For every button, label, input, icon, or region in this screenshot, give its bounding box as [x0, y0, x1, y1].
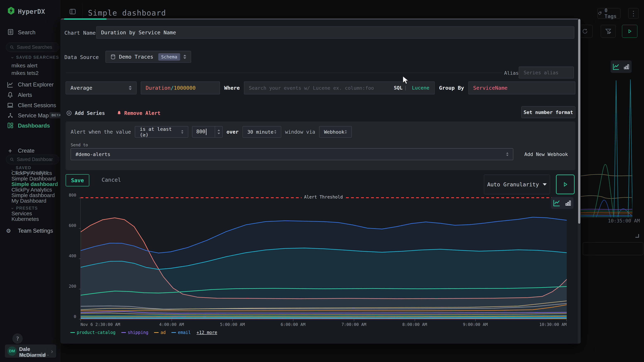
preset-item[interactable]: Services [12, 210, 32, 216]
client-sessions-icon [7, 102, 14, 109]
saved-dashboard-item[interactable]: ClickPy Analytics [12, 187, 52, 193]
tile-resize-handle[interactable] [636, 234, 639, 238]
kebab-menu-button[interactable]: ⋮ [628, 8, 639, 19]
saved-search-item[interactable]: mikes alert [12, 62, 38, 69]
select-updown-icon [274, 130, 276, 134]
y-axis-tick: 600 [64, 223, 76, 228]
data-source-label: Data Source [64, 54, 99, 60]
saved-search-item[interactable]: mikes tets2 [12, 70, 39, 76]
saved-dashboard-item[interactable]: My Dashboard [12, 198, 46, 204]
plus-icon: + [8, 147, 12, 155]
filter-button[interactable] [601, 25, 616, 38]
sidebar-item-service-map[interactable]: Service Map [18, 112, 49, 119]
background-run-button[interactable] [622, 25, 638, 38]
filter-edit-icon [605, 28, 612, 34]
remove-alert-button[interactable]: Remove Alert [116, 110, 160, 116]
series-divider [66, 73, 503, 73]
panel-left-icon [69, 8, 76, 15]
alert-condition-select[interactable]: is at least (≥) [135, 126, 188, 138]
bell-icon [116, 110, 122, 116]
expression-operator: / [171, 85, 174, 91]
bar-chart-icon [564, 199, 572, 206]
saved-dashboard-item-active[interactable]: Simple dashboard [12, 181, 58, 187]
scrollbar-thumb[interactable] [578, 19, 580, 224]
group-by-label: Group By [439, 85, 464, 91]
saved-searches-search[interactable] [6, 42, 59, 52]
y-axis-tick: 400 [64, 254, 76, 258]
sql-mode-button[interactable]: SQL [394, 85, 403, 91]
add-series-button[interactable]: Add Series [66, 110, 105, 116]
database-icon [110, 54, 116, 59]
user-card[interactable]: DM Dale McDiarmid demo-service - › [5, 345, 56, 358]
line-chart-icon [553, 199, 561, 207]
sidebar-item-chart-explorer[interactable]: Chart Explorer [18, 81, 54, 88]
select-updown-icon [506, 152, 508, 156]
legend-item[interactable]: product-catalog [70, 330, 116, 335]
expression-field: Duration [146, 85, 171, 91]
saved-searches-header[interactable]: SAVED SEARCHES [11, 55, 59, 60]
window-via-label: window via [285, 129, 316, 135]
webhook-select[interactable]: #demo-alerts [71, 148, 513, 160]
sidebar-item-team-settings[interactable]: Team Settings [18, 228, 53, 234]
alert-threshold-input[interactable]: 800 [192, 126, 222, 138]
sidebar-item-alerts[interactable]: Alerts [18, 92, 32, 98]
saved-dashboards-input[interactable] [17, 157, 52, 162]
sidebar-item-search[interactable]: Search [18, 29, 36, 36]
legend-item[interactable]: shipping [121, 330, 148, 335]
x-axis-tick: 7:00:00 AM [342, 322, 366, 327]
chart-plot-area[interactable] [80, 198, 566, 319]
alert-window-select[interactable]: 30 minute [242, 126, 281, 138]
sidebar-item-client-sessions[interactable]: Client Sessions [18, 102, 56, 109]
aggregation-select[interactable]: Average [66, 81, 136, 94]
alias-input[interactable] [519, 67, 574, 78]
save-button[interactable]: Save [66, 174, 89, 186]
tags-button[interactable]: 0 Tags [598, 8, 620, 19]
set-number-format-button[interactable]: Set number format [521, 106, 575, 118]
saved-dashboards-search[interactable] [6, 155, 59, 164]
data-source-value: Demo Traces [119, 54, 155, 60]
legend-item[interactable]: email [172, 330, 191, 335]
plus-circle-icon [66, 110, 72, 116]
dashboards-icon [7, 122, 14, 129]
granularity-select[interactable]: Auto Granularity [484, 175, 550, 194]
refresh-icon [582, 28, 588, 34]
x-axis-tick: 6:00:00 AM [281, 322, 305, 327]
chart-name-input[interactable] [96, 26, 574, 39]
alert-channel-select[interactable]: Webhook [319, 126, 352, 138]
chart-type-toggle[interactable] [551, 197, 574, 209]
expression-number: 1000000 [174, 85, 196, 91]
lucene-mode-button[interactable]: Lucene [412, 85, 430, 91]
saved-dashboard-item[interactable]: Simple Dashboard [12, 176, 56, 182]
background-chart-type-toggle[interactable] [610, 60, 632, 73]
cancel-button[interactable]: Cancel [102, 177, 121, 183]
saved-searches-input[interactable] [17, 44, 52, 50]
data-source-select[interactable]: Demo Traces Schema [106, 51, 191, 63]
legend-more-link[interactable]: +12 more [196, 330, 217, 335]
sidebar-collapse-button[interactable] [68, 7, 77, 16]
text-caret [206, 129, 206, 135]
background-empty-tile [583, 242, 643, 255]
progress-track [60, 18, 581, 20]
run-chart-button[interactable] [556, 175, 574, 194]
y-axis-tick: 200 [64, 284, 76, 289]
group-by-input[interactable]: ServiceName [468, 81, 575, 94]
help-button[interactable]: ? [12, 333, 23, 344]
expression-input[interactable]: Duration/1000000 [141, 81, 220, 94]
chevron-down-icon [11, 207, 14, 210]
saved-dashboard-item[interactable]: Simple dashboard [12, 192, 55, 198]
chevron-down-icon [543, 183, 547, 186]
gear-icon: ⚙ [6, 227, 10, 234]
line-chart [81, 198, 567, 319]
preset-item[interactable]: Kubernetes [12, 216, 39, 222]
saved-dashboard-item[interactable]: ClickPy Analytics [12, 170, 52, 176]
number-stepper[interactable] [215, 126, 222, 137]
legend-item[interactable]: ad [154, 330, 166, 335]
schema-badge: Schema [158, 53, 180, 61]
alert-prefix-label: Alert when the value [71, 129, 131, 135]
play-icon [562, 181, 568, 187]
lang-divider: | [404, 85, 407, 90]
add-webhook-link[interactable]: Add New Webhook [524, 152, 568, 157]
page-title: Simple dashboard [88, 8, 166, 17]
sidebar-item-dashboards[interactable]: Dashboards [18, 123, 50, 129]
presets-header[interactable]: PRESETS [11, 206, 38, 211]
